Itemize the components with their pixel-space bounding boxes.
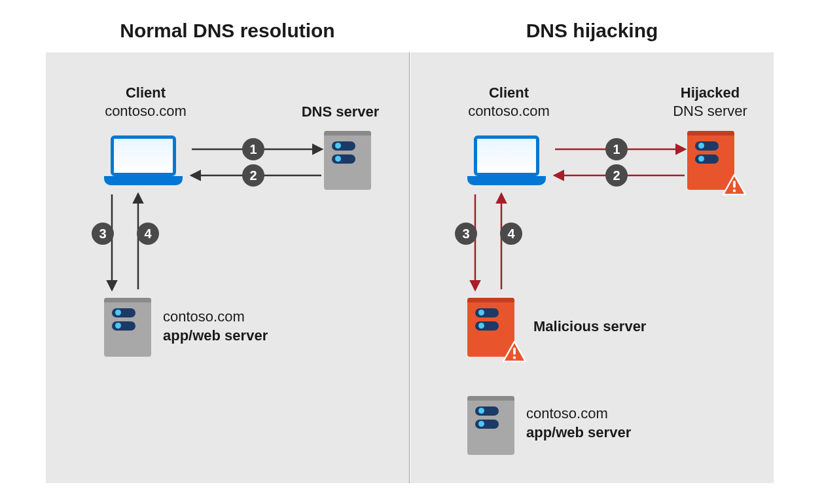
left-dns-server-text: DNS server xyxy=(302,103,380,120)
server-icon xyxy=(324,131,371,190)
right-dns-label: Hijacked DNS server xyxy=(654,84,766,120)
laptop-icon xyxy=(467,135,546,188)
step-badge: 2 xyxy=(605,164,628,187)
svg-point-11 xyxy=(513,356,516,359)
right-dns-server-text: DNS server xyxy=(673,103,747,119)
right-dns-hijacked: Hijacked xyxy=(681,84,740,101)
step-badge: 4 xyxy=(137,223,159,245)
left-dns-label: DNS server xyxy=(291,103,389,121)
step-badge: 1 xyxy=(242,138,264,160)
left-appserver-domain: contoso.com xyxy=(163,308,245,325)
laptop-icon xyxy=(104,135,183,188)
right-realserver-label: contoso.com app/web server xyxy=(526,405,631,442)
left-appserver-role: app/web server xyxy=(163,327,268,344)
svg-rect-10 xyxy=(513,348,516,354)
left-client-title: Client xyxy=(126,84,166,101)
svg-rect-8 xyxy=(733,181,736,187)
server-icon xyxy=(104,298,151,357)
left-client-domain: contoso.com xyxy=(105,103,187,119)
svg-point-9 xyxy=(733,189,736,192)
step-badge: 3 xyxy=(455,223,477,245)
step-badge: 1 xyxy=(605,138,628,160)
title-normal: Normal DNS resolution xyxy=(46,20,409,42)
right-realserver-role: app/web server xyxy=(526,424,631,441)
warning-icon xyxy=(502,340,527,363)
right-malicious-label: Malicious server xyxy=(533,317,646,336)
step-badge: 3 xyxy=(92,223,114,245)
step-badge: 2 xyxy=(242,164,264,187)
server-icon xyxy=(467,396,514,455)
right-client-label: Client contoso.com xyxy=(452,84,566,120)
step-badge: 4 xyxy=(500,223,522,245)
left-client-label: Client contoso.com xyxy=(88,84,203,120)
title-hijacking: DNS hijacking xyxy=(410,20,774,42)
right-realserver-domain: contoso.com xyxy=(526,405,608,422)
right-client-domain: contoso.com xyxy=(468,103,550,119)
right-client-title: Client xyxy=(489,84,529,101)
left-appserver-label: contoso.com app/web server xyxy=(163,308,268,345)
warning-icon xyxy=(722,173,747,196)
